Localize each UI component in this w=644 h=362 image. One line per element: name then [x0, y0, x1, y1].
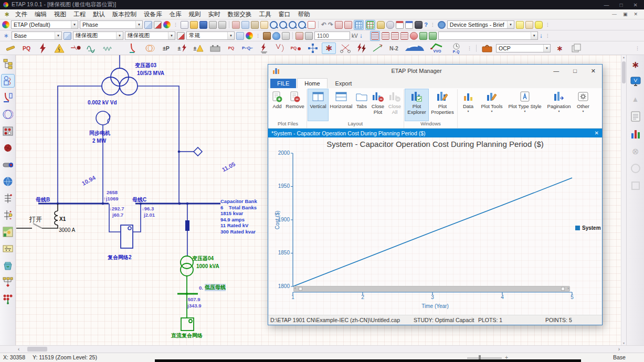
toolbar-grip[interactable]: ⋮ [173, 22, 178, 27]
menu-data-exchange[interactable]: 数据交换 [224, 10, 256, 18]
scroll-left-icon[interactable]: ‹ [18, 346, 19, 353]
bus-b-label[interactable]: 母线B [36, 196, 50, 204]
pm-close-button[interactable]: ✕ [591, 68, 596, 74]
transformer03-label[interactable]: 变压器03 [135, 62, 156, 69]
toolbar-grip[interactable]: ⋮ [256, 33, 260, 38]
base-package-icon[interactable] [263, 32, 271, 40]
menu-window[interactable]: 窗口 [275, 10, 294, 18]
gis-map-icon[interactable] [2, 226, 14, 238]
menu-edit[interactable]: 编辑 [31, 10, 50, 18]
print-icon[interactable] [209, 21, 217, 29]
menu-rules[interactable]: 规则 [185, 10, 205, 18]
pencil-icon[interactable] [3, 42, 17, 54]
n2-contingency-icon[interactable]: N-2 [387, 42, 401, 54]
load-flow-icon[interactable]: PQ [19, 42, 34, 54]
zoom-window-icon[interactable] [289, 21, 297, 29]
plot-tab-header[interactable]: *System - Capacitor Operation Cost Durin… [268, 129, 602, 137]
find-icon[interactable] [415, 21, 423, 29]
presentation-combo[interactable]: 继保视图▼ [73, 31, 123, 40]
presentation-icon[interactable] [64, 32, 71, 40]
chart-scroll-grip-left[interactable] [299, 287, 302, 291]
plot-type-style-dropdown-button[interactable]: Plot Type Style▾ [506, 89, 544, 121]
pin-icon[interactable] [410, 32, 418, 40]
train-ert-icon[interactable] [403, 42, 426, 54]
close-plot-button[interactable]: Close Plot [369, 89, 386, 121]
hscroll-thumb[interactable] [27, 347, 47, 352]
ground-grid-icon[interactable] [257, 42, 271, 54]
menu-project[interactable]: 工程 [70, 10, 89, 18]
lv-bus-label[interactable]: 低压母线 [205, 284, 226, 291]
copy-icon[interactable] [241, 21, 249, 29]
scroll-right-icon[interactable]: › [618, 346, 620, 353]
menu-warehouse[interactable]: 仓库 [166, 10, 185, 18]
plot-tools-dropdown-button[interactable]: Plot Tools▾ [478, 89, 505, 121]
print-preview-icon[interactable] [218, 21, 226, 29]
double-fault-icon[interactable] [354, 42, 368, 54]
chart-hscrollbar[interactable]: ‹ › [293, 286, 570, 292]
plot-tab-close-icon[interactable]: ✕ [595, 130, 599, 136]
save-icon[interactable] [199, 21, 207, 29]
pm-tab-home[interactable]: Home [297, 78, 327, 88]
line-flows-icon[interactable] [371, 42, 385, 54]
network-node-icon[interactable] [305, 42, 320, 54]
phasor-view-icon[interactable] [2, 108, 14, 121]
lock-icon[interactable] [377, 21, 385, 29]
zoom-previous-icon[interactable] [298, 21, 306, 29]
mdi-minimize-button[interactable]: — [612, 12, 617, 17]
toolbar-grip[interactable]: ⋮ [635, 46, 640, 51]
zoom-out-icon[interactable] [279, 21, 287, 29]
cut-icon[interactable] [232, 21, 240, 29]
pm-minimize-button[interactable]: — [553, 68, 559, 74]
color-theme-icon[interactable] [163, 21, 171, 28]
run-scenario-icon[interactable]: ↓ [540, 32, 543, 39]
display-mode-combo[interactable]: 常规▼ [186, 31, 235, 40]
distribute-icon[interactable] [391, 32, 399, 40]
text-annotation2-icon[interactable] [344, 21, 352, 29]
battery-sizing-icon[interactable] [208, 42, 222, 54]
sequence-of-operation-icon[interactable] [68, 42, 82, 54]
composite-network2-label[interactable]: 复合网络2 [108, 254, 132, 261]
apply-kv-icon[interactable]: ↓ [360, 32, 363, 39]
hydro-turbine-icon[interactable] [2, 142, 14, 154]
dc-arc-flash-icon[interactable]: ± [192, 42, 206, 54]
gis-globe-icon[interactable] [2, 175, 14, 188]
grid-display-icon[interactable] [355, 21, 363, 29]
bus-c-label[interactable]: 母线C [132, 196, 146, 204]
vscroll-thumb[interactable] [622, 61, 626, 83]
impedance-diagram2-icon[interactable] [2, 209, 14, 221]
transformer04-label[interactable]: 变压器04 [192, 255, 214, 262]
menu-library[interactable]: 设备库 [140, 10, 166, 18]
cable-systems-icon[interactable] [2, 158, 14, 171]
copy-view-icon[interactable] [236, 32, 244, 40]
optimal-power-flow-icon[interactable]: PQ [224, 42, 238, 54]
remove-plot-button[interactable]: Remove [284, 89, 305, 121]
toolbar-grip[interactable]: ⋮ [430, 22, 435, 27]
help-icon[interactable]: ? [424, 21, 428, 28]
star-tcc-view-icon[interactable] [2, 91, 14, 104]
batch-pages-icon[interactable] [569, 42, 583, 54]
transient-stability-icon[interactable] [85, 42, 99, 54]
distribute2-icon[interactable] [400, 32, 408, 40]
eraser-icon[interactable] [305, 32, 313, 40]
redo-icon[interactable]: ↷ [328, 21, 333, 28]
network-config-icon[interactable] [2, 276, 14, 289]
menu-file[interactable]: 文件 [12, 10, 31, 18]
pagination-dropdown-button[interactable]: Pagination▾ [544, 89, 574, 121]
plot-properties-button[interactable]: Plot Properties [429, 89, 456, 121]
fault-insertion-icon[interactable]: ∗ [629, 58, 642, 71]
pm-tab-export[interactable]: Export [329, 79, 359, 88]
short-circuit-icon[interactable] [36, 42, 50, 54]
syn-machine-label[interactable]: 同步电机 [89, 130, 110, 137]
fit-page-icon[interactable] [308, 21, 315, 29]
align-horizontal-icon[interactable] [371, 32, 379, 40]
chart-scroll-right-icon[interactable]: › [567, 286, 569, 291]
cloud-sync-icon[interactable] [272, 32, 280, 40]
phase-combo[interactable]: Phase▼ [80, 20, 143, 29]
comment-icon[interactable] [535, 21, 543, 29]
annotation-pen-icon[interactable] [177, 32, 185, 40]
paste-icon[interactable] [251, 21, 259, 29]
scenario-combo[interactable]: ▼ [438, 31, 538, 40]
menu-help[interactable]: 帮助 [294, 10, 314, 18]
window-minimize-button[interactable]: — [604, 2, 609, 8]
library-icon[interactable] [419, 32, 427, 40]
